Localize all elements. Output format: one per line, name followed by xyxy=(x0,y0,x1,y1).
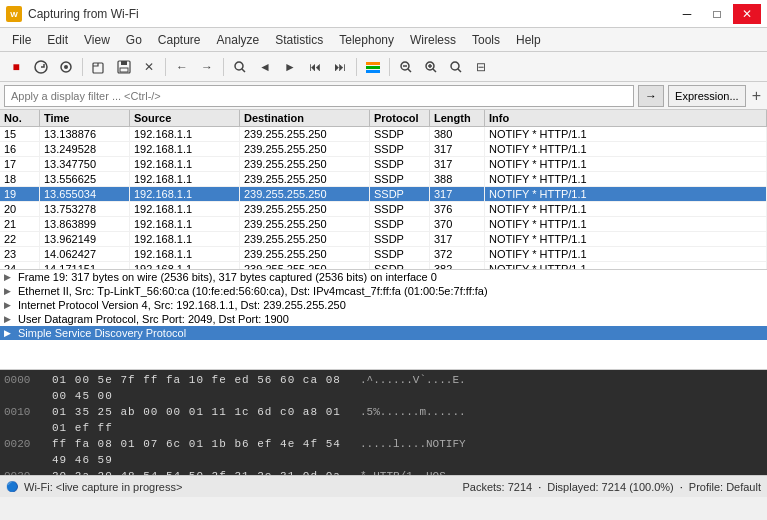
packet-cell: 317 xyxy=(430,142,485,156)
menu-item-view[interactable]: View xyxy=(76,30,118,50)
zoom-in-button[interactable] xyxy=(419,55,443,79)
back-button[interactable]: ← xyxy=(170,55,194,79)
stop-capture-button[interactable]: ■ xyxy=(4,55,28,79)
menu-item-go[interactable]: Go xyxy=(118,30,150,50)
toolbar-separator-4 xyxy=(356,58,357,76)
packet-cell: SSDP xyxy=(370,247,430,261)
hex-pane: 000001 00 5e 7f ff fa 10 fe ed 56 60 ca … xyxy=(0,370,767,475)
hex-ascii: * HTTP/1..HOS xyxy=(360,468,446,475)
col-header-info: Info xyxy=(485,110,767,126)
forward-button[interactable]: → xyxy=(195,55,219,79)
packet-cell: 13.347750 xyxy=(40,157,130,171)
last-packet-button[interactable]: ⏭ xyxy=(328,55,352,79)
detail-row[interactable]: ▶Ethernet II, Src: Tp-LinkT_56:60:ca (10… xyxy=(0,284,767,298)
packet-cell: NOTIFY * HTTP/1.1 xyxy=(485,157,767,171)
menu-item-tools[interactable]: Tools xyxy=(464,30,508,50)
packet-cell: SSDP xyxy=(370,202,430,216)
packet-list: No. Time Source Destination Protocol Len… xyxy=(0,110,767,270)
detail-label: Frame 19: 317 bytes on wire (2536 bits),… xyxy=(18,271,437,283)
title-bar: W Capturing from Wi-Fi ─ □ ✕ xyxy=(0,0,767,28)
table-row[interactable]: 1913.655034192.168.1.1239.255.255.250SSD… xyxy=(0,187,767,202)
close-file-button[interactable]: ✕ xyxy=(137,55,161,79)
menu-item-file[interactable]: File xyxy=(4,30,39,50)
find-packet-button[interactable] xyxy=(228,55,252,79)
first-packet-button[interactable]: ⏮ xyxy=(303,55,327,79)
table-row[interactable]: 1613.249528192.168.1.1239.255.255.250SSD… xyxy=(0,142,767,157)
detail-label: Simple Service Discovery Protocol xyxy=(18,327,186,339)
col-header-protocol: Protocol xyxy=(370,110,430,126)
expression-button[interactable]: Expression... xyxy=(668,85,746,107)
filter-bar: → Expression... + xyxy=(0,82,767,110)
expand-arrow-icon: ▶ xyxy=(4,328,14,338)
packet-cell: SSDP xyxy=(370,142,430,156)
hex-ascii: .5%......m...... xyxy=(360,404,466,436)
packet-cell: NOTIFY * HTTP/1.1 xyxy=(485,217,767,231)
capture-status: Wi-Fi: <live capture in progress> xyxy=(24,481,456,493)
table-row[interactable]: 1813.556625192.168.1.1239.255.255.250SSD… xyxy=(0,172,767,187)
packets-count: Packets: 7214 xyxy=(462,481,532,493)
packet-cell: SSDP xyxy=(370,217,430,231)
capture-options-button[interactable] xyxy=(54,55,78,79)
normal-size-button[interactable] xyxy=(444,55,468,79)
packet-cell: 20 xyxy=(0,202,40,216)
svg-line-20 xyxy=(433,69,436,72)
packet-cell: NOTIFY * HTTP/1.1 xyxy=(485,172,767,186)
add-filter-button[interactable]: + xyxy=(750,87,763,105)
packet-cell: 370 xyxy=(430,217,485,231)
resize-columns-button[interactable]: ⊟ xyxy=(469,55,493,79)
window-controls: ─ □ ✕ xyxy=(673,4,761,24)
restart-capture-button[interactable] xyxy=(29,55,53,79)
zoom-out-button[interactable] xyxy=(394,55,418,79)
menu-item-statistics[interactable]: Statistics xyxy=(267,30,331,50)
table-row[interactable]: 2113.863899192.168.1.1239.255.255.250SSD… xyxy=(0,217,767,232)
maximize-button[interactable]: □ xyxy=(703,4,731,24)
packet-cell: 239.255.255.250 xyxy=(240,187,370,201)
packet-cell: NOTIFY * HTTP/1.1 xyxy=(485,247,767,261)
detail-row[interactable]: ▶User Datagram Protocol, Src Port: 2049,… xyxy=(0,312,767,326)
packet-list-header: No. Time Source Destination Protocol Len… xyxy=(0,110,767,127)
save-file-button[interactable] xyxy=(112,55,136,79)
packet-cell: 13.138876 xyxy=(40,127,130,141)
hex-bytes: 01 00 5e 7f ff fa 10 fe ed 56 60 ca 08 0… xyxy=(52,372,352,404)
menu-item-wireless[interactable]: Wireless xyxy=(402,30,464,50)
table-row[interactable]: 1713.347750192.168.1.1239.255.255.250SSD… xyxy=(0,157,767,172)
prev-packet-button[interactable]: ◄ xyxy=(253,55,277,79)
menu-item-capture[interactable]: Capture xyxy=(150,30,209,50)
packet-cell: 239.255.255.250 xyxy=(240,157,370,171)
menu-item-edit[interactable]: Edit xyxy=(39,30,76,50)
packet-cell: 192.168.1.1 xyxy=(130,142,240,156)
svg-rect-12 xyxy=(366,66,380,69)
minimize-button[interactable]: ─ xyxy=(673,4,701,24)
filter-apply-button[interactable]: → xyxy=(638,85,664,107)
table-row[interactable]: 1513.138876192.168.1.1239.255.255.250SSD… xyxy=(0,127,767,142)
detail-row[interactable]: ▶Internet Protocol Version 4, Src: 192.1… xyxy=(0,298,767,312)
packet-cell: 13.962149 xyxy=(40,232,130,246)
table-row[interactable]: 2414.171151192.168.1.1239.255.255.250SSD… xyxy=(0,262,767,270)
svg-text:W: W xyxy=(10,10,18,19)
packet-cell: 192.168.1.1 xyxy=(130,217,240,231)
detail-row[interactable]: ▶Frame 19: 317 bytes on wire (2536 bits)… xyxy=(0,270,767,284)
table-row[interactable]: 2013.753278192.168.1.1239.255.255.250SSD… xyxy=(0,202,767,217)
menu-item-help[interactable]: Help xyxy=(508,30,549,50)
menu-item-analyze[interactable]: Analyze xyxy=(209,30,268,50)
app-icon: W xyxy=(6,6,22,22)
packet-cell: 192.168.1.1 xyxy=(130,247,240,261)
packet-cell: 192.168.1.1 xyxy=(130,172,240,186)
filter-input[interactable] xyxy=(4,85,634,107)
table-row[interactable]: 2213.962149192.168.1.1239.255.255.250SSD… xyxy=(0,232,767,247)
menu-item-telephony[interactable]: Telephony xyxy=(331,30,402,50)
table-row[interactable]: 2314.062427192.168.1.1239.255.255.250SSD… xyxy=(0,247,767,262)
hex-offset: 0030 xyxy=(4,468,44,475)
menu-bar: FileEditViewGoCaptureAnalyzeStatisticsTe… xyxy=(0,28,767,52)
hex-offset: 0010 xyxy=(4,404,44,436)
packet-cell: 239.255.255.250 xyxy=(240,127,370,141)
detail-row[interactable]: ▶Simple Service Discovery Protocol xyxy=(0,326,767,340)
svg-rect-11 xyxy=(366,62,380,65)
packet-cell: 382 xyxy=(430,262,485,270)
packet-cell: SSDP xyxy=(370,157,430,171)
close-button[interactable]: ✕ xyxy=(733,4,761,24)
packet-cell: NOTIFY * HTTP/1.1 xyxy=(485,202,767,216)
open-file-button[interactable] xyxy=(87,55,111,79)
colorize-button[interactable] xyxy=(361,55,385,79)
next-packet-button[interactable]: ► xyxy=(278,55,302,79)
